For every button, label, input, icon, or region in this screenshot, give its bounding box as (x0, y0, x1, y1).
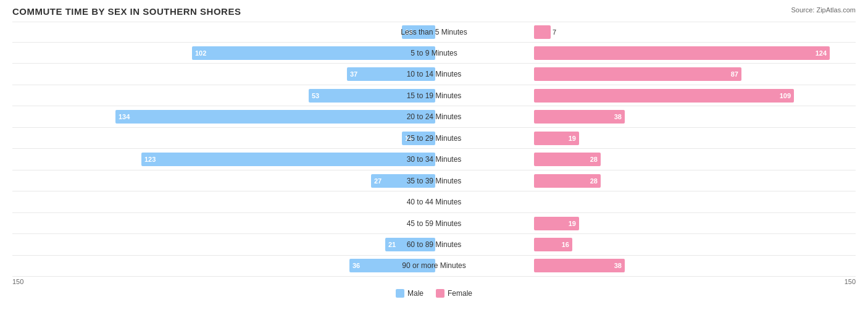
chart-row: 14 25 to 29 Minutes 19 (12, 128, 856, 149)
row-label: 45 to 59 Minutes (385, 219, 483, 228)
chart-row: 27 35 to 39 Minutes 28 (12, 170, 856, 191)
left-bar-side: 36 (64, 259, 435, 272)
chart-container: COMMUTE TIME BY SEX IN SOUTHERN SHORES S… (0, 0, 868, 323)
left-bar-side: 21 (64, 238, 435, 251)
chart-row: 134 20 to 24 Minutes 38 (12, 107, 856, 128)
male-value-inside: 134 (119, 113, 130, 120)
chart-body: 14 Less than 5 Minutes 7 102 5 to 9 Minu… (12, 22, 856, 277)
right-bar-side: 87 (534, 67, 741, 81)
female-value-inside: 28 (590, 156, 598, 163)
bar-area: 21 60 to 89 Minutes 16 (12, 235, 856, 255)
axis-max: 150 (845, 278, 856, 285)
right-bar-side: 28 (534, 153, 601, 166)
male-value-inside: 53 (312, 92, 319, 99)
row-label: 90 or more Minutes (385, 261, 483, 270)
female-legend-box (436, 289, 444, 298)
left-bar-side (64, 195, 435, 209)
left-bar-side: 27 (64, 174, 435, 188)
chart-row: 102 5 to 9 Minutes 124 (12, 43, 856, 64)
row-label: Less than 5 Minutes (385, 28, 483, 36)
left-bar-side: 37 (64, 67, 435, 81)
male-value-inside: 27 (374, 177, 382, 185)
row-label: 35 to 39 Minutes (385, 177, 483, 185)
female-value-inside: 19 (569, 135, 576, 142)
male-value-inside: 123 (144, 156, 156, 163)
row-label: 60 to 89 Minutes (385, 240, 483, 249)
chart-row: 36 90 or more Minutes 38 (12, 256, 856, 277)
legend-male: Male (396, 289, 424, 298)
row-label: 15 to 19 Minutes (385, 91, 483, 100)
female-bar (534, 25, 551, 39)
male-legend-label: Male (407, 289, 424, 298)
bar-area: 40 to 44 Minutes (12, 192, 856, 212)
female-value-inside: 87 (731, 70, 738, 78)
bar-area: 134 20 to 24 Minutes 38 (12, 107, 856, 127)
left-bar-side: 123 (64, 153, 435, 166)
bar-area: 37 10 to 14 Minutes 87 (12, 64, 856, 85)
female-value-inside: 28 (590, 177, 598, 185)
legend-female: Female (436, 289, 472, 298)
chart-row: 40 to 44 Minutes (12, 192, 856, 213)
right-bar-side: 38 (534, 259, 625, 272)
axis-min: 150 (12, 278, 23, 285)
female-bar: 19 (534, 217, 579, 230)
female-bar: 38 (534, 259, 625, 272)
legend: Male Female (12, 289, 856, 298)
right-bar-side: 16 (534, 238, 572, 251)
source-text: Source: ZipAtlas.com (791, 6, 856, 14)
right-bar-side: 19 (534, 132, 579, 145)
right-bar-side: 19 (534, 217, 579, 230)
female-bar: 28 (534, 174, 601, 188)
left-bar-side (64, 217, 435, 230)
bar-area: 102 5 to 9 Minutes 124 (12, 43, 856, 63)
female-value-inside: 109 (780, 92, 791, 99)
bar-area: 14 25 to 29 Minutes 19 (12, 128, 856, 148)
right-bar-side: 124 (534, 46, 830, 60)
female-value-inside: 124 (816, 49, 827, 57)
female-bar: 38 (534, 110, 625, 124)
row-label: 30 to 34 Minutes (385, 155, 483, 164)
row-label: 20 to 24 Minutes (385, 112, 483, 121)
chart-row: 123 30 to 34 Minutes 28 (12, 149, 856, 170)
female-bar: 16 (534, 238, 572, 251)
right-bar-side: 28 (534, 174, 601, 188)
female-value-inside: 38 (614, 262, 622, 269)
female-value-inside: 19 (569, 220, 576, 227)
male-value-inside: 37 (350, 70, 357, 78)
female-value-inside: 38 (614, 113, 622, 120)
left-bar-side: 134 (64, 110, 435, 124)
left-bar-side: 14 (64, 25, 435, 39)
bar-area: 123 30 to 34 Minutes 28 (12, 149, 856, 170)
chart-row: 53 15 to 19 Minutes 109 (12, 85, 856, 106)
bar-area: 45 to 59 Minutes 19 (12, 213, 856, 233)
female-bar: 28 (534, 153, 601, 166)
row-label: 10 to 14 Minutes (385, 70, 483, 78)
male-value-inside: 102 (195, 49, 206, 57)
female-value-inside: 16 (562, 241, 569, 248)
chart-row: 45 to 59 Minutes 19 (12, 213, 856, 234)
male-value-inside: 36 (353, 262, 360, 269)
chart-title: COMMUTE TIME BY SEX IN SOUTHERN SHORES (12, 6, 856, 17)
left-bar-side: 102 (64, 46, 435, 60)
right-bar-side: 7 (534, 25, 551, 39)
female-value: 7 (553, 28, 556, 36)
chart-row: 14 Less than 5 Minutes 7 (12, 22, 856, 43)
bar-area: 27 35 to 39 Minutes 28 (12, 170, 856, 191)
chart-row: 37 10 to 14 Minutes 87 (12, 64, 856, 85)
bar-area: 14 Less than 5 Minutes 7 (12, 22, 856, 42)
right-bar-side: 109 (534, 89, 794, 103)
female-bar: 87 (534, 67, 741, 81)
axis-labels: 150 150 (12, 278, 856, 285)
left-bar-side: 53 (64, 89, 435, 103)
left-bar-side: 14 (64, 132, 435, 145)
row-label: 5 to 9 Minutes (385, 49, 483, 57)
female-legend-label: Female (448, 289, 472, 298)
chart-row: 21 60 to 89 Minutes 16 (12, 235, 856, 256)
bar-area: 36 90 or more Minutes 38 (12, 256, 856, 276)
female-bar: 109 (534, 89, 794, 103)
male-legend-box (396, 289, 404, 298)
female-bar: 124 (534, 46, 830, 60)
female-bar: 19 (534, 132, 579, 145)
row-label: 25 to 29 Minutes (385, 134, 483, 143)
row-label: 40 to 44 Minutes (385, 198, 483, 206)
